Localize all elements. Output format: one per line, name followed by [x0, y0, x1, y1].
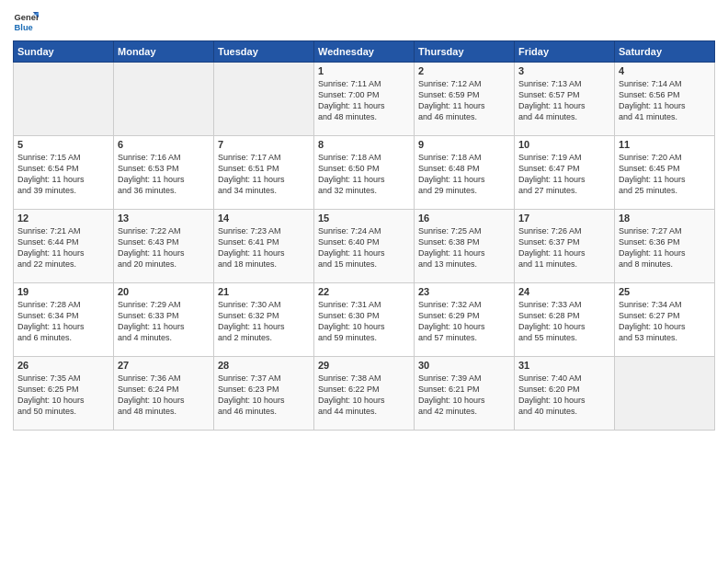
day-number: 14: [218, 213, 310, 224]
day-number: 12: [17, 213, 109, 224]
calendar-cell: 7Sunrise: 7:17 AM Sunset: 6:51 PM Daylig…: [214, 136, 314, 210]
day-number: 4: [619, 65, 711, 76]
week-row-1: 1Sunrise: 7:11 AM Sunset: 7:00 PM Daylig…: [14, 63, 715, 136]
page-container: General Blue SundayMondayTuesdayWednesda…: [0, 0, 728, 563]
day-number: 7: [218, 139, 310, 150]
day-info: Sunrise: 7:17 AM Sunset: 6:51 PM Dayligh…: [218, 152, 310, 197]
calendar-cell: 2Sunrise: 7:12 AM Sunset: 6:59 PM Daylig…: [415, 63, 515, 136]
day-info: Sunrise: 7:33 AM Sunset: 6:28 PM Dayligh…: [518, 299, 610, 344]
col-header-friday: Friday: [515, 41, 615, 63]
day-info: Sunrise: 7:24 AM Sunset: 6:40 PM Dayligh…: [318, 225, 410, 270]
calendar-cell: 15Sunrise: 7:24 AM Sunset: 6:40 PM Dayli…: [314, 210, 415, 283]
day-number: 10: [518, 139, 610, 150]
calendar-cell: 10Sunrise: 7:19 AM Sunset: 6:47 PM Dayli…: [515, 136, 615, 210]
day-info: Sunrise: 7:19 AM Sunset: 6:47 PM Dayligh…: [518, 152, 610, 197]
calendar-cell: 16Sunrise: 7:25 AM Sunset: 6:38 PM Dayli…: [415, 210, 515, 283]
day-info: Sunrise: 7:38 AM Sunset: 6:22 PM Dayligh…: [318, 373, 410, 418]
calendar-cell: 24Sunrise: 7:33 AM Sunset: 6:28 PM Dayli…: [515, 283, 615, 357]
week-row-2: 5Sunrise: 7:15 AM Sunset: 6:54 PM Daylig…: [14, 136, 715, 210]
calendar-cell: 21Sunrise: 7:30 AM Sunset: 6:32 PM Dayli…: [214, 283, 314, 357]
day-info: Sunrise: 7:31 AM Sunset: 6:30 PM Dayligh…: [318, 299, 410, 344]
calendar-cell: 26Sunrise: 7:35 AM Sunset: 6:25 PM Dayli…: [14, 357, 114, 431]
day-number: 26: [17, 360, 109, 371]
day-number: 11: [619, 139, 711, 150]
calendar-cell: 1Sunrise: 7:11 AM Sunset: 7:00 PM Daylig…: [314, 63, 415, 136]
calendar-cell: 18Sunrise: 7:27 AM Sunset: 6:36 PM Dayli…: [615, 210, 715, 283]
calendar-cell: 5Sunrise: 7:15 AM Sunset: 6:54 PM Daylig…: [14, 136, 114, 210]
day-number: 15: [318, 213, 410, 224]
day-number: 19: [17, 286, 109, 297]
day-number: 28: [218, 360, 310, 371]
day-number: 16: [418, 213, 510, 224]
day-info: Sunrise: 7:30 AM Sunset: 6:32 PM Dayligh…: [218, 299, 310, 344]
day-number: 21: [218, 286, 310, 297]
col-header-thursday: Thursday: [415, 41, 515, 63]
day-number: 3: [518, 65, 610, 76]
day-number: 2: [418, 65, 510, 76]
day-number: 18: [619, 213, 711, 224]
week-row-5: 26Sunrise: 7:35 AM Sunset: 6:25 PM Dayli…: [14, 357, 715, 431]
calendar-cell: [14, 63, 114, 136]
day-number: 1: [318, 65, 410, 76]
calendar-header-row: SundayMondayTuesdayWednesdayThursdayFrid…: [14, 41, 715, 63]
day-info: Sunrise: 7:14 AM Sunset: 6:56 PM Dayligh…: [619, 78, 711, 123]
day-info: Sunrise: 7:40 AM Sunset: 6:20 PM Dayligh…: [518, 373, 610, 418]
day-info: Sunrise: 7:15 AM Sunset: 6:54 PM Dayligh…: [17, 152, 109, 197]
calendar-cell: 12Sunrise: 7:21 AM Sunset: 6:44 PM Dayli…: [14, 210, 114, 283]
calendar-table: SundayMondayTuesdayWednesdayThursdayFrid…: [13, 40, 715, 431]
calendar-cell: 4Sunrise: 7:14 AM Sunset: 6:56 PM Daylig…: [615, 63, 715, 136]
day-info: Sunrise: 7:18 AM Sunset: 6:48 PM Dayligh…: [418, 152, 510, 197]
day-number: 29: [318, 360, 410, 371]
calendar-cell: 20Sunrise: 7:29 AM Sunset: 6:33 PM Dayli…: [114, 283, 214, 357]
calendar-cell: 31Sunrise: 7:40 AM Sunset: 6:20 PM Dayli…: [515, 357, 615, 431]
calendar-cell: 17Sunrise: 7:26 AM Sunset: 6:37 PM Dayli…: [515, 210, 615, 283]
col-header-saturday: Saturday: [615, 41, 715, 63]
day-number: 9: [418, 139, 510, 150]
day-info: Sunrise: 7:23 AM Sunset: 6:41 PM Dayligh…: [218, 225, 310, 270]
week-row-3: 12Sunrise: 7:21 AM Sunset: 6:44 PM Dayli…: [14, 210, 715, 283]
col-header-sunday: Sunday: [14, 41, 114, 63]
day-info: Sunrise: 7:16 AM Sunset: 6:53 PM Dayligh…: [118, 152, 210, 197]
day-info: Sunrise: 7:27 AM Sunset: 6:36 PM Dayligh…: [619, 225, 711, 270]
calendar-cell: 14Sunrise: 7:23 AM Sunset: 6:41 PM Dayli…: [214, 210, 314, 283]
day-number: 13: [118, 213, 210, 224]
day-number: 20: [118, 286, 210, 297]
calendar-cell: 13Sunrise: 7:22 AM Sunset: 6:43 PM Dayli…: [114, 210, 214, 283]
calendar-cell: 8Sunrise: 7:18 AM Sunset: 6:50 PM Daylig…: [314, 136, 415, 210]
calendar-cell: 19Sunrise: 7:28 AM Sunset: 6:34 PM Dayli…: [14, 283, 114, 357]
day-number: 30: [418, 360, 510, 371]
calendar-cell: 28Sunrise: 7:37 AM Sunset: 6:23 PM Dayli…: [214, 357, 314, 431]
day-info: Sunrise: 7:28 AM Sunset: 6:34 PM Dayligh…: [17, 299, 109, 344]
calendar-cell: 27Sunrise: 7:36 AM Sunset: 6:24 PM Dayli…: [114, 357, 214, 431]
day-info: Sunrise: 7:11 AM Sunset: 7:00 PM Dayligh…: [318, 78, 410, 123]
day-number: 27: [118, 360, 210, 371]
day-info: Sunrise: 7:34 AM Sunset: 6:27 PM Dayligh…: [619, 299, 711, 344]
col-header-wednesday: Wednesday: [314, 41, 415, 63]
calendar-cell: 29Sunrise: 7:38 AM Sunset: 6:22 PM Dayli…: [314, 357, 415, 431]
page-header: General Blue: [13, 9, 715, 35]
day-info: Sunrise: 7:21 AM Sunset: 6:44 PM Dayligh…: [17, 225, 109, 270]
day-number: 6: [118, 139, 210, 150]
day-info: Sunrise: 7:12 AM Sunset: 6:59 PM Dayligh…: [418, 78, 510, 123]
day-number: 25: [619, 286, 711, 297]
day-info: Sunrise: 7:26 AM Sunset: 6:37 PM Dayligh…: [518, 225, 610, 270]
day-number: 17: [518, 213, 610, 224]
calendar-cell: 3Sunrise: 7:13 AM Sunset: 6:57 PM Daylig…: [515, 63, 615, 136]
calendar-cell: 23Sunrise: 7:32 AM Sunset: 6:29 PM Dayli…: [415, 283, 515, 357]
day-info: Sunrise: 7:32 AM Sunset: 6:29 PM Dayligh…: [418, 299, 510, 344]
calendar-cell: 6Sunrise: 7:16 AM Sunset: 6:53 PM Daylig…: [114, 136, 214, 210]
day-info: Sunrise: 7:25 AM Sunset: 6:38 PM Dayligh…: [418, 225, 510, 270]
col-header-tuesday: Tuesday: [214, 41, 314, 63]
day-info: Sunrise: 7:36 AM Sunset: 6:24 PM Dayligh…: [118, 373, 210, 418]
day-info: Sunrise: 7:22 AM Sunset: 6:43 PM Dayligh…: [118, 225, 210, 270]
day-number: 8: [318, 139, 410, 150]
calendar-cell: 22Sunrise: 7:31 AM Sunset: 6:30 PM Dayli…: [314, 283, 415, 357]
day-number: 5: [17, 139, 109, 150]
day-info: Sunrise: 7:35 AM Sunset: 6:25 PM Dayligh…: [17, 373, 109, 418]
calendar-body: 1Sunrise: 7:11 AM Sunset: 7:00 PM Daylig…: [14, 63, 715, 431]
col-header-monday: Monday: [114, 41, 214, 63]
calendar-cell: 25Sunrise: 7:34 AM Sunset: 6:27 PM Dayli…: [615, 283, 715, 357]
day-number: 31: [518, 360, 610, 371]
logo-icon: General Blue: [13, 9, 39, 35]
day-number: 22: [318, 286, 410, 297]
